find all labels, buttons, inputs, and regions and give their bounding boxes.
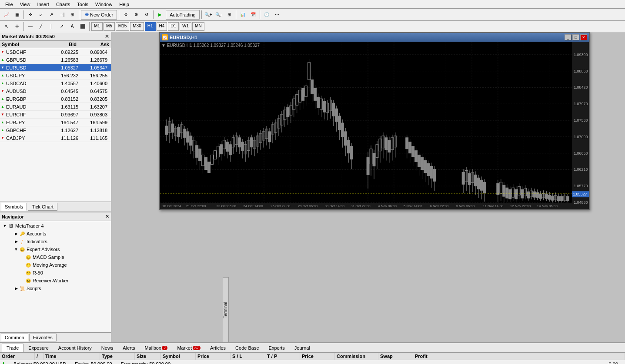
tf-m30[interactable]: M30 bbox=[130, 22, 144, 31]
tab-trade[interactable]: Trade bbox=[2, 344, 23, 352]
tf-m15[interactable]: M15 bbox=[116, 22, 129, 31]
menu-view[interactable]: View bbox=[17, 1, 34, 8]
tab-code-base[interactable]: Code Base bbox=[231, 344, 264, 352]
nav-experts-expand[interactable]: ▼ bbox=[13, 247, 19, 251]
vline-btn[interactable]: │ bbox=[47, 22, 56, 31]
tab-news[interactable]: News bbox=[97, 344, 118, 352]
nav-scripts[interactable]: ▶ 📜 Scripts bbox=[1, 285, 110, 292]
crosshair-btn[interactable]: ✛ bbox=[26, 10, 35, 20]
nav-accounts[interactable]: ▶ 🔑 Accounts bbox=[1, 230, 110, 238]
mw-tab-tick-chart[interactable]: Tick Chart bbox=[28, 203, 57, 211]
more-btn[interactable]: ⋯ bbox=[272, 10, 282, 20]
tf-d1[interactable]: D1 bbox=[168, 22, 179, 31]
menu-insert[interactable]: Insert bbox=[33, 1, 53, 8]
chart-titlebar[interactable]: 📈 EURUSD,H1 _ □ ✕ bbox=[160, 33, 589, 42]
period-btn[interactable]: 📅 bbox=[248, 10, 258, 20]
tab-articles[interactable]: Articles bbox=[205, 344, 231, 352]
expert-reload-btn[interactable]: ↺ bbox=[142, 10, 151, 20]
nav-experts[interactable]: ▼ 😊 Expert Advisors bbox=[1, 245, 110, 253]
grid-btn[interactable]: ⊞ bbox=[224, 10, 234, 20]
autotrading-icon[interactable]: ▶ bbox=[155, 10, 165, 20]
menu-charts[interactable]: Charts bbox=[53, 1, 74, 8]
cursor-btn[interactable]: ↖ bbox=[2, 22, 11, 31]
market-watch-tabs: Symbols Tick Chart bbox=[0, 202, 111, 212]
tab-account-history[interactable]: Account History bbox=[53, 344, 97, 352]
market-watch-row[interactable]: ▲ USDCAD 1.40557 1.40600 bbox=[0, 79, 111, 87]
expert-compile-btn[interactable]: ⚙ bbox=[121, 10, 130, 20]
market-watch-close-btn[interactable]: ✕ bbox=[105, 33, 109, 40]
tf-m5[interactable]: M5 bbox=[104, 22, 115, 31]
tab-experts[interactable]: Experts bbox=[264, 344, 290, 352]
scroll-right-btn[interactable]: →| bbox=[57, 10, 67, 20]
chart-window[interactable]: 📈 EURUSD,H1 _ □ ✕ ▼ EURUSD,H1 1.05262 1.… bbox=[159, 32, 590, 210]
tf-m1[interactable]: M1 bbox=[91, 22, 103, 31]
nav-accounts-expand[interactable]: ▶ bbox=[13, 232, 19, 236]
menu-help[interactable]: Help bbox=[116, 1, 133, 8]
nav-indicators[interactable]: ▶ ƒ Indicators bbox=[1, 238, 110, 245]
chart-maximize-btn[interactable]: □ bbox=[572, 34, 579, 40]
zoom-out-btn[interactable]: ↗ bbox=[47, 10, 56, 20]
nav-moving-average[interactable]: 😐 Moving Average bbox=[1, 261, 110, 269]
market-watch-row[interactable]: ▲ USDJPY 156.232 156.255 bbox=[0, 72, 111, 79]
zoom-in-chart-btn[interactable]: 🔍+ bbox=[204, 10, 213, 20]
autotrading-button[interactable]: AutoTrading bbox=[166, 10, 200, 20]
expert-settings-btn[interactable]: ⚙ bbox=[131, 10, 141, 20]
arrow-btn[interactable]: ↗ bbox=[57, 22, 67, 31]
tab-alerts[interactable]: Alerts bbox=[118, 344, 140, 352]
mw-tab-symbols[interactable]: Symbols bbox=[1, 203, 27, 211]
zoom-in-btn[interactable]: ↙ bbox=[36, 10, 46, 20]
nav-root-expand[interactable]: ▼ bbox=[2, 224, 8, 228]
label-btn[interactable]: ⬛ bbox=[78, 22, 87, 31]
tline-btn[interactable]: ╱ bbox=[36, 22, 46, 31]
market-watch-row[interactable]: ▼ AUDUSD 0.64545 0.64575 bbox=[0, 87, 111, 95]
chart-minimize-btn[interactable]: _ bbox=[565, 34, 572, 40]
market-watch-row[interactable]: ▼ CADJPY 111.126 111.165 bbox=[0, 134, 111, 142]
tab-exposure[interactable]: Exposure bbox=[23, 344, 53, 352]
indicators-btn[interactable]: 📊 bbox=[238, 10, 247, 20]
navigator-title: Navigator bbox=[2, 214, 24, 219]
menu-file[interactable]: File bbox=[2, 1, 17, 8]
new-order-button[interactable]: ⊕ New Order bbox=[81, 10, 117, 20]
menu-tools[interactable]: Tools bbox=[74, 1, 92, 8]
svg-rect-201 bbox=[477, 178, 480, 189]
market-watch-row[interactable]: ▲ GBPCHF 1.12627 1.12818 bbox=[0, 126, 111, 134]
period-sep-btn[interactable]: ⊞ bbox=[67, 10, 77, 20]
new-chart-btn[interactable]: 📈 bbox=[2, 10, 11, 20]
svg-rect-195 bbox=[468, 173, 471, 185]
tab-mailbox[interactable]: Mailbox 7 bbox=[140, 344, 172, 352]
text-btn[interactable]: A bbox=[67, 22, 77, 31]
chart-content[interactable]: ▼ EURUSD,H1 1.05262 1.09327 1.05246 1.05… bbox=[160, 42, 589, 209]
market-watch-row[interactable]: ▼ USDCHF 0.89225 0.89064 bbox=[0, 48, 111, 56]
nav-root[interactable]: ▼ 🖥 MetaTrader 4 bbox=[1, 222, 110, 230]
crosshair2-btn[interactable]: ✛ bbox=[12, 22, 22, 31]
market-watch-row[interactable]: ▲ EURJPY 164.547 164.599 bbox=[0, 119, 111, 126]
nav-receiver[interactable]: 😐 Receiver-Worker bbox=[1, 277, 110, 285]
market-watch-row[interactable]: ▼ EURCHF 0.93697 0.93803 bbox=[0, 111, 111, 119]
chart-close-btn[interactable]: ✕ bbox=[580, 34, 587, 40]
nav-macd[interactable]: 😐 MACD Sample bbox=[1, 253, 110, 261]
tab-market[interactable]: Market 87 bbox=[172, 344, 205, 352]
zoom-out-chart-btn[interactable]: 🔍- bbox=[214, 10, 224, 20]
market-watch-row[interactable]: ▲ EURGBP 0.83152 0.83205 bbox=[0, 95, 111, 103]
nav-r50-icon: 😐 bbox=[25, 270, 31, 276]
time-btn[interactable]: 🕐 bbox=[262, 10, 271, 20]
menu-window[interactable]: Window bbox=[92, 1, 116, 8]
nav-tab-common[interactable]: Common bbox=[1, 334, 28, 341]
tf-mn[interactable]: MN bbox=[192, 22, 204, 31]
hline-btn[interactable]: — bbox=[26, 22, 35, 31]
tf-h1[interactable]: H1 bbox=[145, 22, 156, 31]
market-watch-row[interactable]: ▲ EURAUD 1.63115 1.63207 bbox=[0, 103, 111, 111]
nav-r50[interactable]: 😐 R-50 bbox=[1, 269, 110, 277]
market-watch-row[interactable]: ▲ GBPUSD 1.26583 1.26679 bbox=[0, 56, 111, 64]
tf-w1[interactable]: W1 bbox=[180, 22, 191, 31]
nav-scripts-expand[interactable]: ▶ bbox=[13, 286, 19, 291]
navigator-close-btn[interactable]: ✕ bbox=[105, 214, 109, 219]
price-direction-icon: ▼ bbox=[0, 113, 5, 116]
market-watch-row[interactable]: ▼ EURUSD 1.05327 1.05347 bbox=[0, 64, 111, 72]
nav-tab-favorites[interactable]: Favorites bbox=[29, 334, 57, 341]
nav-indicators-expand[interactable]: ▶ bbox=[13, 239, 19, 244]
tab-journal[interactable]: Journal bbox=[290, 344, 315, 352]
profiles-btn[interactable]: ▦ bbox=[12, 10, 22, 20]
tf-h4[interactable]: H4 bbox=[157, 22, 167, 31]
terminal-label[interactable]: Terminal bbox=[222, 300, 229, 320]
